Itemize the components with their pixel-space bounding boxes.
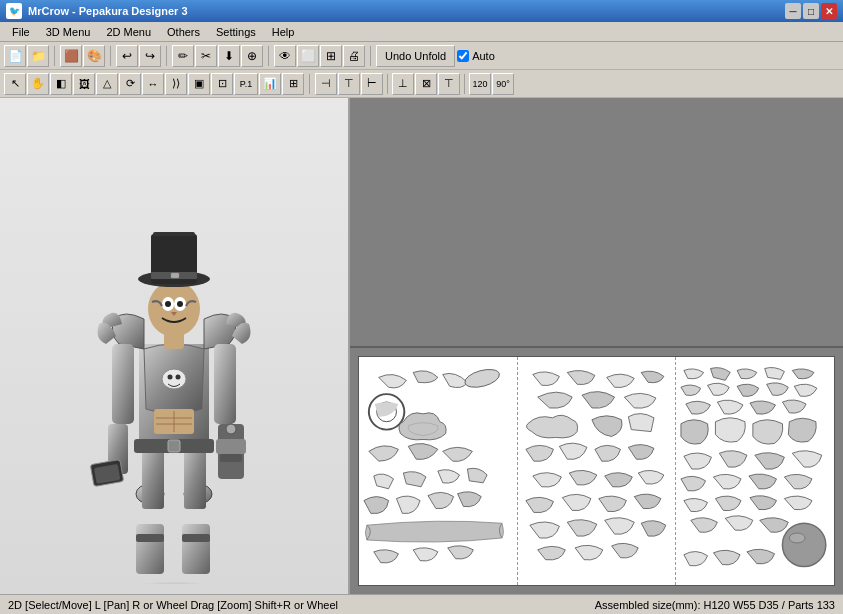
menu-others[interactable]: Others bbox=[159, 24, 208, 40]
paper-column-2 bbox=[518, 357, 677, 585]
align-center-icon: ⊤ bbox=[344, 77, 354, 90]
minimize-button[interactable]: ─ bbox=[785, 3, 801, 19]
close-button[interactable]: ✕ bbox=[821, 3, 837, 19]
photo-button[interactable]: 🖼 bbox=[73, 73, 95, 95]
pencil-button[interactable]: ✏ bbox=[172, 45, 194, 67]
undo-unfold-button[interactable]: Undo Unfold bbox=[376, 45, 455, 67]
right-boot bbox=[182, 524, 210, 574]
chart-button[interactable]: 📊 bbox=[259, 73, 281, 95]
app-icon: 🐦 bbox=[6, 3, 22, 19]
zoom-button[interactable]: ⊞ bbox=[282, 73, 304, 95]
pupil-r bbox=[177, 301, 183, 307]
align-left-button[interactable]: ⊣ bbox=[315, 73, 337, 95]
arrow-rotate-button[interactable]: ⟳ bbox=[119, 73, 141, 95]
texture-icon: ◧ bbox=[56, 77, 66, 90]
texture-button[interactable]: ◧ bbox=[50, 73, 72, 95]
pieces-svg-col2 bbox=[518, 357, 676, 585]
align-mid-button[interactable]: ⊠ bbox=[415, 73, 437, 95]
title-controls[interactable]: ─ □ ✕ bbox=[785, 3, 837, 19]
redo-button[interactable]: ↪ bbox=[139, 45, 161, 67]
view-mode-button[interactable]: 👁 bbox=[274, 45, 296, 67]
piece-icon: ⊡ bbox=[218, 77, 227, 90]
angle90-button[interactable]: 90° bbox=[492, 73, 514, 95]
boot-detail-r bbox=[182, 534, 210, 542]
grid-icon: ⊞ bbox=[326, 50, 336, 62]
align-bot-button[interactable]: ⊤ bbox=[438, 73, 460, 95]
move-icon: ⬇ bbox=[224, 50, 234, 62]
select-button[interactable]: ↖ bbox=[4, 73, 26, 95]
hand-button[interactable]: ✋ bbox=[27, 73, 49, 95]
open-button[interactable]: 📁 bbox=[27, 45, 49, 67]
view-3d-button[interactable]: 🟫 bbox=[60, 45, 82, 67]
pencil-icon: ✏ bbox=[178, 50, 188, 62]
piece-button[interactable]: ⊡ bbox=[211, 73, 233, 95]
menu-file[interactable]: File bbox=[4, 24, 38, 40]
arrow-flip-button[interactable]: ↔ bbox=[142, 73, 164, 95]
pieces-svg-col3 bbox=[676, 357, 834, 585]
menu-2d[interactable]: 2D Menu bbox=[98, 24, 159, 40]
boot-detail-l bbox=[136, 534, 164, 542]
2d-upper-area bbox=[350, 98, 843, 346]
color-button[interactable]: 🎨 bbox=[83, 45, 105, 67]
align-center-button[interactable]: ⊤ bbox=[338, 73, 360, 95]
grid-button[interactable]: ⊞ bbox=[320, 45, 342, 67]
chart-icon: 📊 bbox=[263, 77, 277, 90]
window-icon: ⬜ bbox=[301, 50, 316, 62]
title-bar-left: 🐦 MrCrow - Pepakura Designer 3 bbox=[6, 3, 188, 19]
view-buttons: 🟫 🎨 bbox=[60, 45, 105, 67]
joint-button[interactable]: ⊕ bbox=[241, 45, 263, 67]
rotate-icon: ⟳ bbox=[126, 77, 135, 90]
parts-button[interactable]: P.1 bbox=[234, 73, 258, 95]
unfold-button[interactable]: ⟩⟩ bbox=[165, 73, 187, 95]
angle120-button[interactable]: 120 bbox=[469, 73, 491, 95]
menu-help[interactable]: Help bbox=[264, 24, 303, 40]
angle90-icon: 90° bbox=[496, 79, 510, 89]
chest-skull-eye1 bbox=[168, 375, 173, 380]
menu-3d[interactable]: 3D Menu bbox=[38, 24, 99, 40]
sep1 bbox=[54, 46, 55, 66]
paper-sheets-area bbox=[358, 356, 835, 586]
undo-icon: ↩ bbox=[122, 50, 132, 62]
cut-button[interactable]: ✂ bbox=[195, 45, 217, 67]
align-top-button[interactable]: ⊥ bbox=[392, 73, 414, 95]
undo-button[interactable]: ↩ bbox=[116, 45, 138, 67]
menu-settings[interactable]: Settings bbox=[208, 24, 264, 40]
left-boot bbox=[136, 524, 164, 574]
shadow bbox=[114, 571, 234, 584]
sep3 bbox=[166, 46, 167, 66]
status-left: 2D [Select/Move] L [Pan] R or Wheel Drag… bbox=[8, 599, 338, 611]
open-icon: 📁 bbox=[31, 50, 46, 62]
svg-point-0 bbox=[463, 366, 501, 390]
paper-column-1 bbox=[359, 357, 518, 585]
auto-checkbox[interactable] bbox=[457, 50, 469, 62]
left-arm-upper bbox=[112, 344, 134, 424]
pieces-svg-col1 bbox=[359, 357, 517, 585]
print-button[interactable]: 🖨 bbox=[343, 45, 365, 67]
joint-icon: ⊕ bbox=[247, 50, 257, 62]
main-area bbox=[0, 98, 843, 594]
sep8 bbox=[464, 74, 465, 94]
window-title: MrCrow - Pepakura Designer 3 bbox=[28, 5, 188, 17]
flip-icon: ↔ bbox=[148, 78, 159, 90]
chest-skull-eye2 bbox=[176, 375, 181, 380]
arrow-up-button[interactable]: △ bbox=[96, 73, 118, 95]
align-buttons: ⊣ ⊤ ⊢ ⊥ ⊠ ⊤ 120 90° bbox=[315, 73, 514, 95]
auto-checkbox-group: Auto bbox=[457, 50, 495, 62]
2d-view-panel[interactable] bbox=[350, 98, 843, 594]
edge-button[interactable]: ▣ bbox=[188, 73, 210, 95]
svg-point-4 bbox=[790, 533, 806, 543]
window-button[interactable]: ⬜ bbox=[297, 45, 319, 67]
title-bar: 🐦 MrCrow - Pepakura Designer 3 ─ □ ✕ bbox=[0, 0, 843, 22]
new-button[interactable]: 📄 bbox=[4, 45, 26, 67]
head bbox=[148, 281, 200, 337]
view-icon: 👁 bbox=[279, 50, 291, 62]
left-leg bbox=[142, 444, 164, 509]
redo-icon: ↪ bbox=[145, 50, 155, 62]
status-right: Assembled size(mm): H120 W55 D35 / Parts… bbox=[595, 599, 835, 611]
move-button[interactable]: ⬇ bbox=[218, 45, 240, 67]
align-right-button[interactable]: ⊢ bbox=[361, 73, 383, 95]
3d-view-panel[interactable] bbox=[0, 98, 350, 594]
maximize-button[interactable]: □ bbox=[803, 3, 819, 19]
cube-icon: 🟫 bbox=[64, 50, 79, 62]
sep7 bbox=[387, 74, 388, 94]
